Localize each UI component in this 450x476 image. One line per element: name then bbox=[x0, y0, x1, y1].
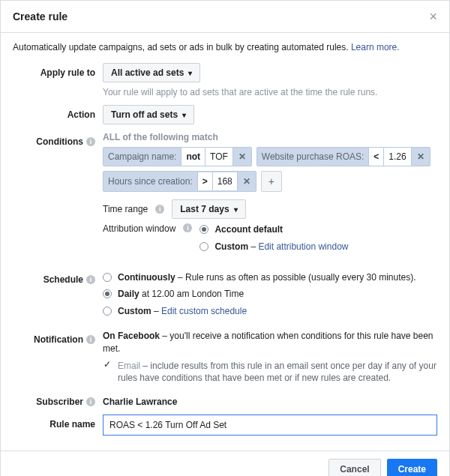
row-notification: Notification i On Facebook – you'll rece… bbox=[13, 330, 437, 385]
info-icon[interactable]: i bbox=[86, 335, 95, 344]
attr-window-row: Attribution window i Account default Cus… bbox=[103, 223, 437, 258]
label-subscriber: Subscriber bbox=[36, 397, 83, 407]
info-icon[interactable]: i bbox=[183, 223, 192, 232]
radio-icon bbox=[200, 225, 208, 234]
info-icon[interactable]: i bbox=[86, 397, 95, 406]
caret-down-icon: ▾ bbox=[188, 69, 192, 77]
schedule-option-custom[interactable]: Custom – Edit custom schedule bbox=[103, 305, 437, 318]
radio-icon bbox=[200, 242, 208, 251]
chip-op: not bbox=[182, 148, 206, 166]
notification-email-option[interactable]: ✓ Email – include results from this rule… bbox=[103, 360, 437, 385]
row-action: Action Turn off ad sets ▾ bbox=[13, 105, 437, 124]
chip-val: 168 bbox=[213, 172, 238, 190]
subscriber-name: Charlie Lawrance bbox=[103, 397, 177, 407]
notification-primary: On Facebook – you'll receive a notificat… bbox=[103, 330, 437, 355]
caret-down-icon: ▾ bbox=[182, 111, 186, 119]
attr-option-default[interactable]: Account default bbox=[200, 223, 348, 236]
attr-window-label: Attribution window bbox=[103, 223, 176, 234]
schedule-option-daily[interactable]: Daily at 12.00 am London Time bbox=[103, 288, 437, 301]
intro-text: Automatically update campaigns, ad sets … bbox=[13, 42, 437, 52]
dialog-header: Create rule × bbox=[1, 1, 449, 33]
label-notification: Notification bbox=[34, 334, 83, 345]
cancel-button[interactable]: Cancel bbox=[328, 459, 380, 476]
conditions-heading: ALL of the following match bbox=[103, 132, 437, 142]
dialog-title: Create rule bbox=[13, 10, 68, 22]
condition-chip[interactable]: Website purchase ROAS: < 1.26 ✕ bbox=[256, 147, 430, 166]
label-schedule: Schedule bbox=[44, 274, 83, 285]
dialog-body: Automatically update campaigns, ad sets … bbox=[1, 33, 449, 451]
checkbox-icon: ✓ bbox=[103, 361, 112, 370]
attr-option-text: Account default bbox=[214, 224, 283, 235]
label-conditions: Conditions bbox=[36, 136, 83, 147]
chip-key: Website purchase ROAS: bbox=[257, 148, 370, 166]
time-range-value: Last 7 days bbox=[180, 204, 229, 214]
row-conditions: Conditions i ALL of the following match … bbox=[13, 132, 437, 262]
chip-op: < bbox=[369, 148, 384, 166]
row-schedule: Schedule i Continuously – Rule runs as o… bbox=[13, 270, 437, 322]
chip-remove-icon[interactable]: ✕ bbox=[238, 172, 256, 190]
condition-chip[interactable]: Campaign name: not TOF ✕ bbox=[103, 147, 252, 166]
info-icon[interactable]: i bbox=[86, 137, 95, 146]
attr-option-custom[interactable]: Custom – Edit attribution window bbox=[200, 241, 348, 253]
radio-icon bbox=[103, 307, 112, 316]
dialog-footer: Cancel Create bbox=[1, 451, 449, 476]
apply-rule-value: All active ad sets bbox=[111, 67, 184, 78]
time-range-label: Time range bbox=[103, 204, 148, 214]
chip-remove-icon[interactable]: ✕ bbox=[412, 148, 430, 166]
intro-copy: Automatically update campaigns, ad sets … bbox=[13, 42, 351, 52]
chip-val: 1.26 bbox=[384, 148, 411, 166]
label-action: Action bbox=[13, 105, 103, 120]
schedule-option-continuous[interactable]: Continuously – Rule runs as often as pos… bbox=[103, 271, 437, 284]
edit-schedule-link[interactable]: Edit custom schedule bbox=[161, 306, 247, 316]
label-apply: Apply rule to bbox=[13, 63, 103, 78]
chip-key: Campaign name: bbox=[104, 148, 182, 166]
row-subscriber: Subscriber i Charlie Lawrance bbox=[13, 392, 437, 407]
row-apply: Apply rule to All active ad sets ▾ Your … bbox=[13, 63, 437, 97]
edit-attr-window-link[interactable]: Edit attribution window bbox=[258, 241, 348, 252]
create-rule-dialog: Create rule × Automatically update campa… bbox=[0, 0, 450, 476]
chip-key: Hours since creation: bbox=[104, 172, 198, 190]
close-icon[interactable]: × bbox=[429, 10, 437, 23]
caret-down-icon: ▾ bbox=[234, 205, 238, 214]
chip-op: > bbox=[198, 172, 213, 190]
row-rulename: Rule name bbox=[13, 415, 437, 436]
chip-remove-icon[interactable]: ✕ bbox=[233, 148, 251, 166]
action-value: Turn off ad sets bbox=[111, 109, 178, 120]
rule-name-input[interactable] bbox=[103, 415, 437, 436]
condition-chip[interactable]: Hours since creation: > 168 ✕ bbox=[103, 171, 256, 192]
learn-more-link[interactable]: Learn more. bbox=[351, 42, 400, 52]
attr-option-text: Custom bbox=[214, 241, 248, 252]
add-condition-button[interactable]: + bbox=[261, 171, 282, 192]
info-icon[interactable]: i bbox=[155, 205, 164, 214]
time-range-dropdown[interactable]: Last 7 days ▾ bbox=[172, 199, 245, 219]
radio-icon bbox=[103, 273, 112, 282]
chip-val: TOF bbox=[206, 148, 233, 166]
info-icon[interactable]: i bbox=[86, 275, 95, 284]
attr-window-options: Account default Custom – Edit attributio… bbox=[200, 223, 348, 258]
condition-chips: Campaign name: not TOF ✕ Website purchas… bbox=[103, 147, 437, 192]
action-dropdown[interactable]: Turn off ad sets ▾ bbox=[103, 105, 194, 124]
apply-rule-dropdown[interactable]: All active ad sets ▾ bbox=[103, 63, 200, 82]
create-button[interactable]: Create bbox=[387, 459, 437, 476]
time-range-row: Time range i Last 7 days ▾ bbox=[103, 199, 437, 219]
apply-hint: Your rule will apply to ad sets that are… bbox=[103, 87, 437, 97]
label-rulename: Rule name bbox=[13, 415, 103, 430]
radio-icon bbox=[103, 289, 112, 298]
